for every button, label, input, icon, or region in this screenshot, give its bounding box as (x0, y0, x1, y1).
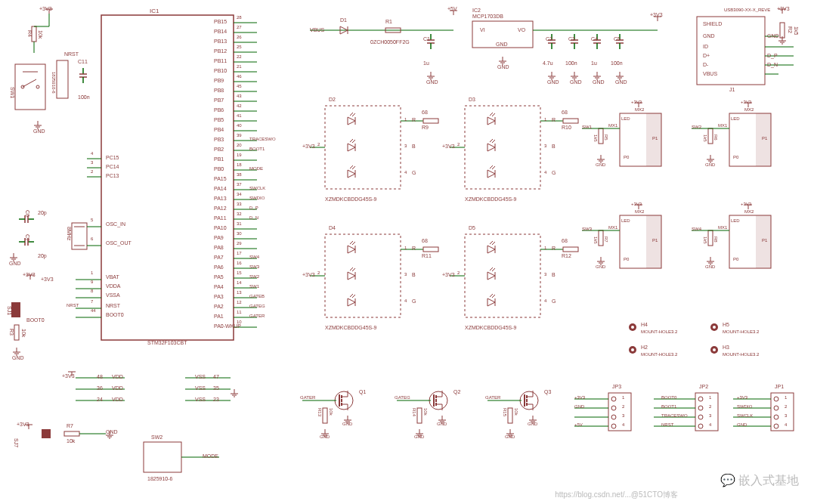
usb-gnd: GND (703, 33, 715, 39)
c2v: 4.7u (543, 60, 553, 66)
vbus-label: VBUS (310, 27, 324, 32)
c4: C4 (591, 36, 598, 42)
nrst-net: NRST (64, 51, 79, 57)
svg-point-145 (611, 397, 616, 401)
c5: C5 (614, 36, 621, 42)
usb-dp-net: D_P (767, 53, 778, 58)
watermark: 💬 嵌入式基地 (720, 473, 799, 489)
ic2-part: MCP1703DB (472, 14, 503, 19)
h5p: MOUNT-HOLE3.2 (723, 329, 759, 334)
3v3-vdd: +3V3 (62, 373, 75, 379)
svg-rect-99 (325, 234, 401, 317)
svg-point-151 (698, 415, 703, 419)
vss1: 47 (213, 374, 219, 379)
svg-point-155 (774, 415, 778, 419)
svg-point-150 (698, 406, 703, 410)
usb-gnd-net: GND (767, 33, 779, 39)
svg-point-152 (698, 424, 703, 428)
ic2-vi: VI (480, 27, 485, 32)
c11-ref: C11 (78, 59, 88, 64)
usb-dm: D- (703, 62, 708, 67)
svg-point-148 (611, 424, 616, 428)
ic2-vo: VO (518, 27, 525, 32)
rail-3v3-1: +3V3 (39, 6, 52, 11)
svg-point-153 (774, 397, 778, 401)
vss3: 23 (213, 397, 219, 402)
c7: C7 (25, 234, 30, 241)
usb-vbus: VBUS (703, 71, 717, 76)
sw2net: MODE (203, 453, 218, 459)
r1: R1 (385, 19, 392, 24)
sw2: SW2 (151, 434, 162, 440)
r1-part: 0ZCH0050FF2G (370, 39, 410, 45)
r7: R7 (67, 423, 73, 428)
c3: C3 (568, 36, 575, 42)
svg-point-154 (774, 406, 778, 410)
svg-point-147 (611, 415, 616, 419)
usb-dm-net: D_N (767, 62, 778, 67)
svg-rect-32 (15, 64, 45, 110)
h3: H3 (723, 345, 729, 350)
gnd-c3: GND (570, 79, 582, 85)
gnd-c1: GND (426, 79, 438, 85)
gnd-sj7: GND (106, 429, 118, 434)
gnd-2: GND (9, 261, 21, 266)
ic2-ref: IC2 (472, 8, 481, 13)
d1: D1 (340, 17, 347, 23)
3v3-usb: +3V3 (777, 6, 790, 11)
3v3-3: +3V3 (41, 277, 54, 282)
svg-rect-102 (465, 234, 540, 317)
5v: +5V (447, 6, 457, 11)
svg-point-149 (698, 397, 703, 401)
vssl2: VSS (195, 385, 206, 391)
vdd3: 24 (97, 397, 103, 402)
h4p: MOUNT-HOLE3.2 (641, 329, 677, 334)
svg-rect-123 (42, 429, 51, 438)
watermark2: https://blog.csdn.net/...@51CTO博客 (555, 490, 678, 500)
h3p: MOUNT-HOLE3.2 (723, 352, 759, 357)
vss2: 35 (213, 385, 219, 391)
usb-id: ID (703, 44, 708, 49)
vdd1: 48 (97, 374, 103, 379)
y1: 8MHz (67, 227, 72, 240)
svg-point-156 (774, 424, 778, 428)
3v3-out: +3V3 (650, 12, 663, 17)
c6: C6 (25, 210, 30, 217)
gnd-c5: GND (615, 79, 627, 85)
c2: C2 (546, 36, 552, 42)
h5: H5 (723, 322, 729, 327)
usb-j1: J1 (729, 87, 735, 92)
r3v: 10k (21, 329, 26, 337)
3v3-sj7: +3V3 (17, 422, 29, 427)
svg-point-146 (611, 406, 616, 410)
c7v: 20p (38, 253, 47, 258)
vddl2: VDD (112, 385, 123, 391)
r3: R3 (9, 329, 14, 335)
sw1-part: 1825910-6 (51, 72, 56, 94)
ic1-ref: IC1 (150, 8, 159, 14)
svg-rect-41 (11, 302, 20, 317)
usb-dp: D+ (703, 53, 710, 58)
svg-rect-125 (144, 442, 181, 472)
svg-rect-96 (465, 106, 540, 189)
gnd-3: GND (12, 355, 24, 360)
boot0-net: BOOT0 (26, 317, 45, 323)
c4v: 1u (591, 60, 597, 66)
ic2-gnd: GND (496, 42, 508, 47)
gnd-c2: GND (547, 79, 559, 85)
gnd-1: GND (33, 128, 45, 134)
c3v: 100n (565, 60, 577, 66)
r4-ref: R4 (27, 30, 32, 37)
vddl3: VDD (112, 397, 123, 402)
c5v: 100n (611, 60, 623, 66)
svg-rect-93 (325, 106, 401, 189)
svg-point-35 (36, 85, 39, 88)
r4-val: 10k (38, 30, 43, 39)
h2p: MOUNT-HOLE3.2 (641, 352, 677, 357)
svg-line-36 (23, 79, 36, 87)
c11-val: 100n (78, 94, 90, 100)
sj1: SJ1 (7, 306, 12, 315)
vdd2: 36 (97, 385, 103, 391)
c1v: 1u (423, 60, 429, 66)
h4: H4 (641, 322, 648, 327)
